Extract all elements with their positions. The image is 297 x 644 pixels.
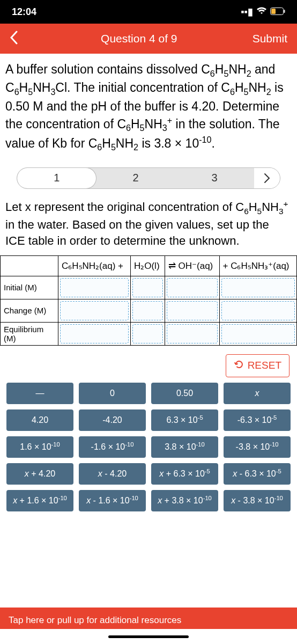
ice-cell[interactable] (167, 278, 218, 297)
wifi-icon (256, 6, 267, 18)
svg-rect-2 (271, 9, 276, 14)
ice-cell[interactable] (132, 278, 163, 297)
option-tile[interactable]: — (6, 383, 73, 404)
option-tile[interactable]: 4.20 (6, 409, 73, 431)
signal-icon: ▪▪▮ (241, 6, 253, 18)
option-tile[interactable]: x + 1.6 × 10-10 (6, 490, 73, 511)
col-water: H₂O(l) (130, 255, 165, 276)
undo-icon (234, 359, 244, 372)
app-header: Question 4 of 9 Submit (0, 24, 297, 54)
step-next-button[interactable] (254, 168, 280, 188)
back-button[interactable] (10, 31, 26, 47)
row-equilibrium: Equilibrium (M) (1, 322, 58, 345)
step-selector: 1 2 3 (0, 161, 297, 196)
option-tile[interactable]: x - 1.6 × 10-10 (79, 490, 146, 511)
ice-cell[interactable] (60, 324, 129, 343)
submit-button[interactable]: Submit (253, 32, 287, 45)
resources-drawer[interactable]: Tap here or pull up for additional resou… (0, 608, 297, 629)
option-tile[interactable]: -1.6 × 10-10 (79, 436, 146, 458)
col-hydroxide: ⇌ OH⁻(aq) (165, 255, 219, 276)
ice-cell[interactable] (221, 301, 295, 320)
option-tile[interactable]: -3.8 × 10-10 (224, 436, 291, 458)
option-tile[interactable]: 1.6 × 10-10 (6, 436, 73, 458)
option-tile[interactable]: x + 6.3 × 10-5 (151, 463, 218, 485)
ice-cell[interactable] (221, 278, 295, 297)
option-tile[interactable]: 3.8 × 10-10 (151, 436, 218, 458)
status-icons: ▪▪▮ (241, 6, 285, 18)
col-conjugate: + C₆H₅NH₃⁺(aq) (219, 255, 296, 276)
status-bar: 12:04 ▪▪▮ (0, 0, 297, 24)
svg-rect-1 (284, 10, 285, 13)
option-tile[interactable]: x - 6.3 × 10-5 (224, 463, 291, 485)
battery-icon (270, 6, 285, 18)
ice-cell[interactable] (132, 324, 163, 343)
option-tile[interactable]: 0 (79, 383, 146, 404)
ice-cell[interactable] (60, 301, 129, 320)
option-tile[interactable]: -6.3 × 10-5 (224, 409, 291, 431)
ice-cell[interactable] (167, 324, 218, 343)
row-initial: Initial (M) (1, 276, 58, 299)
option-tile[interactable]: x + 4.20 (6, 463, 73, 485)
step-3[interactable]: 3 (175, 168, 254, 188)
ice-cell[interactable] (132, 301, 163, 320)
option-tile[interactable]: 0.50 (151, 383, 218, 404)
ice-table: C₆H₅NH₂(aq) + H₂O(l) ⇌ OH⁻(aq) + C₆H₅NH₃… (0, 255, 297, 346)
ice-cell[interactable] (60, 278, 129, 297)
question-counter: Question 4 of 9 (26, 32, 253, 45)
ice-cell[interactable] (167, 301, 218, 320)
step-1[interactable]: 1 (17, 168, 96, 188)
option-tile[interactable]: x - 4.20 (79, 463, 146, 485)
status-time: 12:04 (12, 6, 36, 18)
option-tile[interactable]: -4.20 (79, 409, 146, 431)
home-indicator (0, 629, 297, 644)
question-text: A buffer solution contains dissolved C6H… (0, 54, 297, 161)
row-change: Change (M) (1, 299, 58, 322)
step-2[interactable]: 2 (96, 168, 175, 188)
reset-button[interactable]: RESET (226, 354, 289, 377)
instruction-text: Let x represent the original concentrati… (0, 196, 297, 255)
option-tile[interactable]: x - 3.8 × 10-10 (224, 490, 291, 511)
col-reactant: C₆H₅NH₂(aq) + (58, 255, 131, 276)
answer-options: —00.50x4.20-4.206.3 × 10-5-6.3 × 10-51.6… (0, 383, 297, 522)
option-tile[interactable]: 6.3 × 10-5 (151, 409, 218, 431)
ice-cell[interactable] (221, 324, 295, 343)
reset-label: RESET (248, 360, 281, 371)
option-tile[interactable]: x + 3.8 × 10-10 (151, 490, 218, 511)
option-tile[interactable]: x (224, 383, 291, 404)
